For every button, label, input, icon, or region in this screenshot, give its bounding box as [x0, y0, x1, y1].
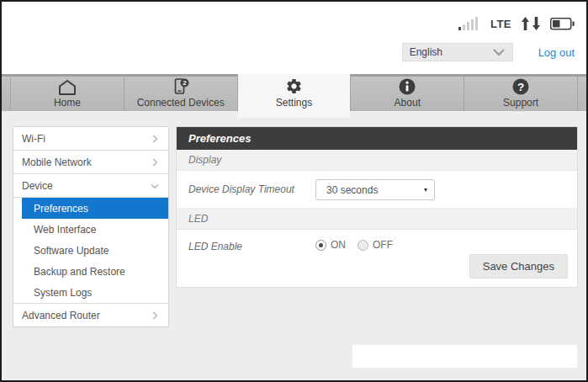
led-on-radio[interactable]: ON: [315, 239, 346, 251]
tab-settings-label: Settings: [276, 97, 312, 109]
sidebar-item-software-update[interactable]: Software Update: [13, 240, 168, 261]
chevron-right-icon: [149, 310, 161, 321]
led-on-label: ON: [331, 239, 346, 251]
led-enable-radio-group: ON OFF: [315, 239, 393, 251]
sidebar-item-wifi-label: Wi-Fi: [22, 133, 45, 145]
sidebar-item-device[interactable]: Device: [13, 174, 168, 198]
save-changes-button[interactable]: Save Changes: [469, 254, 568, 279]
sidebar-item-system-logs[interactable]: System Logs: [13, 282, 168, 303]
led-enable-row: LED Enable ON OFF Save Changes: [177, 230, 577, 287]
sidebar-item-web-interface-label: Web Interface: [34, 224, 96, 236]
info-icon: [399, 77, 416, 95]
preferences-panel: Preferences Display Device Display Timeo…: [176, 126, 578, 288]
display-timeout-select[interactable]: 30 seconds ▾: [315, 179, 435, 200]
caret-down-icon: ▾: [424, 186, 427, 194]
sidebar-item-wifi[interactable]: Wi-Fi: [13, 127, 168, 151]
panel-title: Preferences: [177, 127, 577, 150]
sidebar-item-device-label: Device: [22, 180, 53, 192]
language-select-value: English: [410, 46, 442, 58]
tab-home-label: Home: [54, 97, 81, 109]
section-heading-led: LED: [177, 209, 577, 230]
chevron-down-icon: [149, 180, 161, 192]
sidebar-item-preferences[interactable]: Preferences: [22, 198, 168, 219]
signal-strength-icon: [458, 17, 480, 30]
sidebar-item-advanced-router-label: Advanced Router: [22, 310, 100, 321]
question-icon: ?: [512, 77, 529, 95]
sidebar-item-system-logs-label: System Logs: [34, 287, 92, 299]
page-body: Wi-Fi Mobile Network Device Preferences: [2, 111, 586, 380]
chevron-right-icon: [149, 157, 161, 168]
tab-about-label: About: [395, 97, 421, 109]
tab-home[interactable]: Home: [10, 74, 124, 111]
settings-sidebar: Wi-Fi Mobile Network Device Preferences: [13, 126, 169, 327]
chevron-down-icon: [492, 48, 506, 56]
chevron-right-icon: [149, 133, 161, 145]
radio-selected-icon: [315, 240, 326, 251]
battery-icon: [550, 18, 575, 30]
language-select[interactable]: English: [402, 43, 513, 61]
sidebar-item-backup-restore-label: Backup and Restore: [34, 266, 125, 278]
sidebar-item-mobile-network-label: Mobile Network: [22, 157, 92, 168]
gear-icon: [285, 77, 303, 95]
language-row: English Log out: [402, 43, 575, 61]
tab-connected-devices-label: Connected Devices: [137, 97, 225, 109]
display-timeout-value: 30 seconds: [326, 184, 378, 196]
router-admin-screen: LTE English Lo: [0, 0, 588, 382]
sidebar-item-software-update-label: Software Update: [34, 245, 109, 257]
tab-support[interactable]: ? Support: [464, 74, 578, 111]
sidebar-item-web-interface[interactable]: Web Interface: [13, 219, 168, 240]
svg-text:?: ?: [517, 80, 524, 93]
device-display-timeout-label: Device Display Timeout: [188, 183, 294, 195]
connected-devices-icon: 2: [171, 77, 191, 95]
footer-blank-bar: [352, 345, 577, 368]
section-heading-display: Display: [177, 150, 577, 171]
main-nav-tabs: Home 2 Connected Devices Settings: [2, 74, 586, 111]
tab-support-label: Support: [503, 97, 538, 109]
home-icon: [57, 77, 77, 95]
sidebar-item-advanced-router[interactable]: Advanced Router: [13, 303, 168, 326]
logout-link[interactable]: Log out: [538, 46, 575, 59]
sidebar-item-mobile-network[interactable]: Mobile Network: [13, 151, 168, 174]
sidebar-item-backup-restore[interactable]: Backup and Restore: [13, 261, 168, 282]
traffic-arrows-icon: [522, 17, 540, 30]
device-display-timeout-row: Device Display Timeout 30 seconds ▾: [177, 171, 577, 209]
header: LTE English Lo: [2, 2, 586, 74]
led-enable-label: LED Enable: [188, 241, 242, 252]
device-count-badge: 2: [183, 79, 187, 87]
network-type-label: LTE: [490, 18, 511, 30]
led-off-label: OFF: [373, 239, 393, 251]
status-bar: LTE: [458, 17, 575, 30]
radio-unselected-icon: [358, 240, 368, 251]
tab-settings[interactable]: Settings: [237, 74, 351, 111]
tab-about[interactable]: About: [350, 74, 464, 111]
tab-connected-devices[interactable]: 2 Connected Devices: [124, 74, 237, 111]
sidebar-item-preferences-label: Preferences: [34, 203, 88, 215]
led-off-radio[interactable]: OFF: [358, 239, 393, 251]
